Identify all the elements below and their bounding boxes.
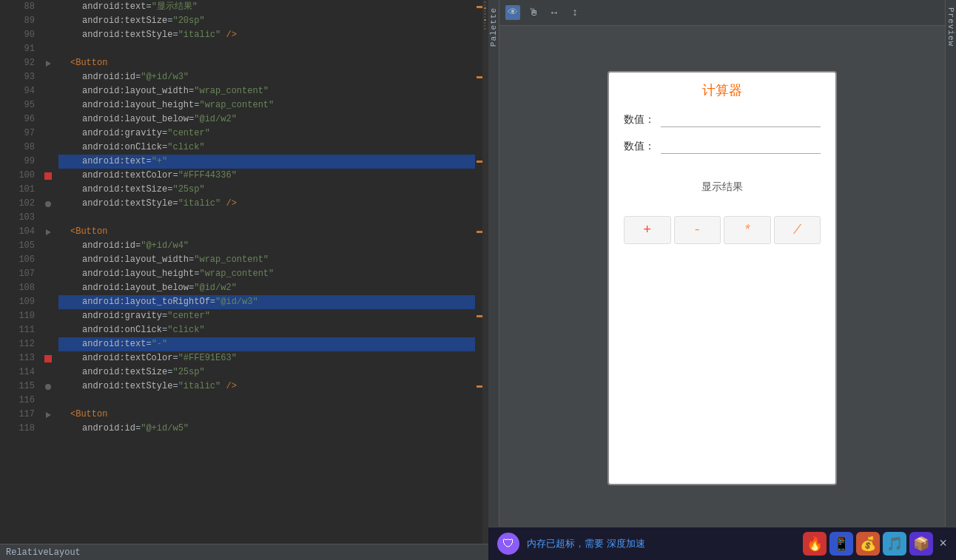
ad-icon-2[interactable]: 📱 — [829, 532, 853, 556]
code-line-118: android:id="@+id/w5" — [58, 422, 475, 436]
code-line-104: <Button — [58, 225, 475, 239]
code-line-101: android:textSize="25sp" — [58, 183, 475, 197]
shield-icon: 🛡 — [497, 533, 519, 555]
code-line-97: android:gravity="center" — [58, 126, 475, 141]
code-line-116 — [58, 394, 475, 408]
minimap — [482, 0, 488, 544]
status-text-label: RelativeLayout — [6, 547, 81, 558]
input-row-2: 数值： — [624, 139, 821, 154]
ads-icons-row: 🔥 📱 💰 🎵 📦 — [803, 532, 933, 556]
code-line-113: android:textColor="#FFE91E63" — [58, 351, 475, 365]
code-lines[interactable]: android:text="显示结果"android:textSize="20s… — [55, 0, 475, 544]
code-line-92: <Button — [58, 56, 475, 70]
status-bar: RelativeLayout — [0, 544, 488, 560]
code-line-88: android:text="显示结果" — [58, 0, 475, 14]
code-line-102: android:textStyle="italic" /> — [58, 197, 475, 211]
preview-sidebar: Preview — [945, 0, 956, 560]
preview-toolbar: 👁 🖱 ↔ ↕ — [499, 0, 956, 26]
right-markers — [475, 0, 482, 544]
input-field-2[interactable] — [661, 139, 821, 154]
code-line-107: android:layout_height="wrap_content" — [58, 267, 475, 281]
code-line-117: <Button — [58, 408, 475, 422]
btn-minus[interactable]: - — [674, 216, 721, 244]
editor-area: 8889909192939495969798991001011021031041… — [0, 0, 488, 560]
code-line-115: android:textStyle="italic" /> — [58, 379, 475, 394]
button-row: + - * / — [624, 216, 821, 244]
eye-icon[interactable]: 👁 — [505, 5, 520, 20]
line-numbers: 8889909192939495969798991001011021031041… — [0, 0, 41, 544]
code-line-98: android:onClick="click" — [58, 141, 475, 155]
code-line-103 — [58, 211, 475, 225]
code-line-99: android:text="+" — [58, 155, 475, 169]
code-line-109: android:layout_toRightOf="@id/w3" — [58, 295, 475, 309]
notif-link-text[interactable]: 深度加速 — [607, 538, 645, 549]
ad-icon-1[interactable]: 🔥 — [803, 532, 827, 556]
close-icon[interactable]: × — [939, 536, 947, 551]
code-line-111: android:onClick="click" — [58, 323, 475, 337]
code-line-110: android:gravity="center" — [58, 309, 475, 323]
result-area: 显示结果 — [624, 166, 821, 209]
code-line-100: android:textColor="#FFF44336" — [58, 169, 475, 183]
btn-plus[interactable]: + — [624, 216, 671, 244]
right-panel: Palette 👁 🖱 ↔ ↕ 计算器 数值： 数值： 显示结果 — [488, 0, 956, 560]
notification-bar: 🛡 内存已超标，需要 深度加速 🔥 📱 💰 🎵 📦 × — [488, 527, 956, 560]
btn-divide[interactable]: / — [774, 216, 821, 244]
code-line-89: android:textSize="20sp" — [58, 14, 475, 28]
preview-label-text: Preview — [946, 7, 955, 47]
ad-icon-5[interactable]: 📦 — [909, 532, 933, 556]
code-line-112: android:text="-" — [58, 337, 475, 351]
code-line-90: android:textStyle="italic" /> — [58, 28, 475, 42]
code-line-95: android:layout_height="wrap_content" — [58, 98, 475, 112]
code-line-96: android:layout_below="@id/w2" — [58, 112, 475, 126]
code-line-114: android:textSize="25sp" — [58, 365, 475, 379]
notification-text: 内存已超标，需要 深度加速 — [519, 537, 803, 550]
result-text: 显示结果 — [701, 181, 743, 192]
code-line-93: android:id="@+id/w3" — [58, 70, 475, 84]
code-line-94: android:layout_width="wrap_content" — [58, 84, 475, 98]
phone-content: 数值： 数值： 显示结果 + - * / — [609, 105, 835, 484]
palette-sidebar: Palette — [488, 0, 499, 560]
code-line-106: android:layout_width="wrap_content" — [58, 253, 475, 267]
ad-icon-3[interactable]: 💰 — [856, 532, 880, 556]
ad-icon-4[interactable]: 🎵 — [883, 532, 906, 556]
label-2: 数值： — [624, 140, 655, 153]
code-line-91 — [58, 42, 475, 56]
code-line-105: android:id="@+id/w4" — [58, 239, 475, 253]
vertical-icon[interactable]: ↕ — [568, 5, 582, 20]
cursor-icon[interactable]: 🖱 — [526, 5, 541, 20]
phone-mockup: 计算器 数值： 数值： 显示结果 + - * / — [607, 71, 837, 485]
input-row-1: 数值： — [624, 112, 821, 127]
palette-label: Palette — [489, 7, 498, 47]
btn-multiply[interactable]: * — [724, 216, 771, 244]
input-field-1[interactable] — [661, 112, 821, 127]
code-line-108: android:layout_below="@id/w2" — [58, 281, 475, 295]
gutter — [41, 0, 55, 544]
notif-main-text: 内存已超标，需要 — [527, 538, 604, 549]
label-1: 数值： — [624, 113, 655, 126]
app-title: 计算器 — [609, 72, 835, 105]
preview-canvas: 计算器 数值： 数值： 显示结果 + - * / — [499, 26, 945, 530]
horizontal-icon[interactable]: ↔ — [547, 5, 562, 20]
